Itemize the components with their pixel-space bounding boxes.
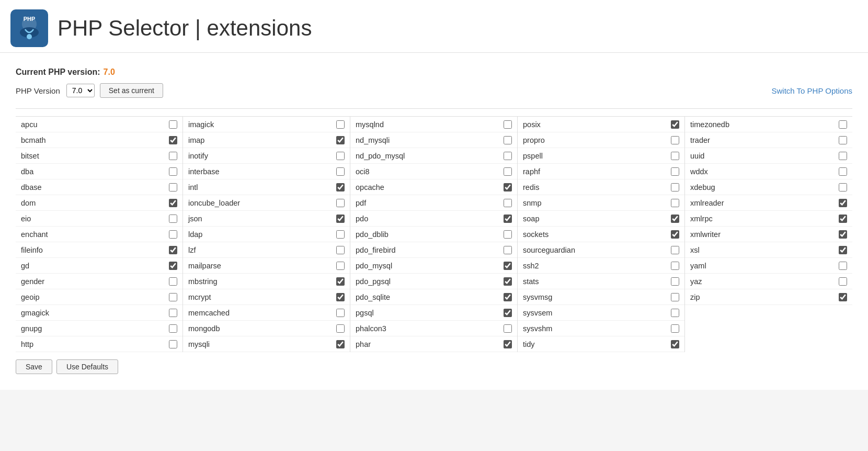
extension-checkbox[interactable]: [839, 262, 847, 270]
extension-name: enchant: [21, 230, 165, 239]
extension-checkbox[interactable]: [169, 277, 177, 286]
extension-checkbox[interactable]: [336, 199, 345, 207]
extension-checkbox[interactable]: [839, 120, 847, 129]
extension-checkbox[interactable]: [671, 277, 679, 286]
php-version-select[interactable]: 7.0 5.4 5.5 5.6 7.1 7.2: [66, 84, 95, 97]
extension-name: trader: [690, 136, 835, 144]
extension-name: mailparse: [188, 262, 332, 270]
extension-checkbox[interactable]: [169, 309, 177, 317]
extension-column-2: mysqlndnd_mysqlind_pdo_mysqloci8opcachep…: [350, 117, 518, 352]
extension-checkbox[interactable]: [336, 340, 345, 348]
extension-checkbox[interactable]: [839, 246, 847, 254]
extension-checkbox[interactable]: [169, 152, 177, 160]
extension-row: dba: [16, 164, 182, 179]
extension-checkbox[interactable]: [504, 277, 512, 286]
extension-checkbox[interactable]: [504, 246, 512, 254]
extension-checkbox[interactable]: [504, 120, 512, 129]
extension-name: pdo_dblib: [356, 230, 499, 239]
extension-row: pdo_mysql: [350, 258, 517, 274]
extension-row: sourceguardian: [518, 242, 684, 258]
extension-checkbox[interactable]: [169, 199, 177, 207]
extension-row: mysqlnd: [350, 117, 517, 132]
extension-checkbox[interactable]: [336, 230, 345, 239]
extension-name: sockets: [523, 230, 667, 239]
extension-name: sysvmsg: [523, 293, 667, 301]
set-as-current-button[interactable]: Set as current: [100, 83, 163, 98]
extension-checkbox[interactable]: [169, 340, 177, 348]
extension-checkbox[interactable]: [336, 293, 345, 301]
extension-row: inotify: [183, 148, 350, 164]
extension-checkbox[interactable]: [839, 230, 847, 239]
save-button[interactable]: Save: [16, 359, 52, 374]
extension-checkbox[interactable]: [671, 262, 679, 270]
extension-checkbox[interactable]: [169, 246, 177, 254]
extension-checkbox[interactable]: [336, 120, 345, 129]
extension-checkbox[interactable]: [336, 152, 345, 160]
extension-checkbox[interactable]: [169, 136, 177, 144]
extension-checkbox[interactable]: [671, 215, 679, 223]
extension-checkbox[interactable]: [671, 324, 679, 333]
extension-checkbox[interactable]: [671, 167, 679, 176]
extension-checkbox[interactable]: [839, 152, 847, 160]
extension-checkbox[interactable]: [336, 215, 345, 223]
extension-checkbox[interactable]: [169, 183, 177, 191]
extension-checkbox[interactable]: [504, 309, 512, 317]
extension-checkbox[interactable]: [671, 120, 679, 129]
extension-checkbox[interactable]: [336, 246, 345, 254]
extension-checkbox[interactable]: [504, 293, 512, 301]
switch-to-php-options-link[interactable]: Switch To PHP Options: [771, 86, 852, 95]
use-defaults-button[interactable]: Use Defaults: [56, 359, 118, 374]
extension-row: imagick: [183, 117, 350, 132]
extension-checkbox[interactable]: [839, 199, 847, 207]
extension-checkbox[interactable]: [169, 120, 177, 129]
extension-name: raphf: [523, 167, 667, 176]
extension-checkbox[interactable]: [671, 230, 679, 239]
extension-checkbox[interactable]: [504, 340, 512, 348]
extension-row: propro: [518, 132, 684, 148]
extension-checkbox[interactable]: [839, 293, 847, 301]
extension-row: mysqli: [183, 336, 350, 352]
extension-checkbox[interactable]: [504, 199, 512, 207]
extension-checkbox[interactable]: [839, 167, 847, 176]
extension-name: xmlreader: [690, 199, 835, 207]
extension-checkbox[interactable]: [671, 152, 679, 160]
extension-checkbox[interactable]: [671, 246, 679, 254]
extension-checkbox[interactable]: [169, 215, 177, 223]
extension-checkbox[interactable]: [169, 167, 177, 176]
extension-checkbox[interactable]: [839, 136, 847, 144]
extension-checkbox[interactable]: [839, 183, 847, 191]
extension-checkbox[interactable]: [504, 230, 512, 239]
extension-checkbox[interactable]: [504, 324, 512, 333]
extension-checkbox[interactable]: [504, 167, 512, 176]
extension-checkbox[interactable]: [336, 277, 345, 286]
extension-checkbox[interactable]: [839, 215, 847, 223]
extension-checkbox[interactable]: [671, 183, 679, 191]
extension-row: http: [16, 336, 182, 352]
extension-name: pdo_sqlite: [356, 293, 499, 301]
extension-checkbox[interactable]: [504, 136, 512, 144]
extension-checkbox[interactable]: [336, 309, 345, 317]
extension-checkbox[interactable]: [504, 262, 512, 270]
extension-column-1: imagickimapinotifyinterbaseintlioncube_l…: [183, 117, 350, 352]
extension-checkbox[interactable]: [169, 324, 177, 333]
extension-checkbox[interactable]: [169, 230, 177, 239]
extension-checkbox[interactable]: [504, 152, 512, 160]
extension-checkbox[interactable]: [336, 262, 345, 270]
extension-checkbox[interactable]: [671, 309, 679, 317]
extension-checkbox[interactable]: [504, 183, 512, 191]
extension-checkbox[interactable]: [336, 183, 345, 191]
extension-name: pdo_firebird: [356, 246, 499, 254]
extension-checkbox[interactable]: [169, 262, 177, 270]
extension-checkbox[interactable]: [336, 136, 345, 144]
extension-row: enchant: [16, 227, 182, 242]
extension-checkbox[interactable]: [336, 167, 345, 176]
extension-row: apcu: [16, 117, 182, 132]
extension-checkbox[interactable]: [839, 277, 847, 286]
extension-checkbox[interactable]: [671, 136, 679, 144]
extension-checkbox[interactable]: [671, 340, 679, 348]
extension-checkbox[interactable]: [169, 293, 177, 301]
extension-checkbox[interactable]: [671, 293, 679, 301]
extension-checkbox[interactable]: [504, 215, 512, 223]
extension-checkbox[interactable]: [336, 324, 345, 333]
extension-checkbox[interactable]: [671, 199, 679, 207]
